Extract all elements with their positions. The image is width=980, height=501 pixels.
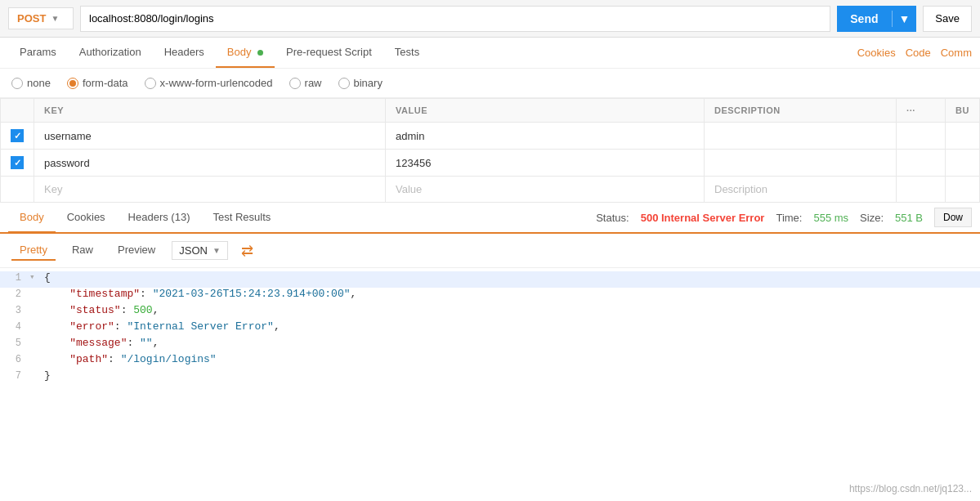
line-content-5: "message": "", [43, 337, 980, 349]
body-dot [257, 50, 263, 56]
format-tab-preview[interactable]: Preview [110, 240, 163, 261]
row2-value[interactable]: 123456 [386, 150, 705, 177]
value-placeholder: Value [396, 183, 422, 195]
row2-checkbox-cell[interactable] [1, 150, 34, 177]
json-line-3: 3 "status": 500, [0, 304, 980, 320]
row1-key[interactable]: username [34, 123, 386, 150]
radio-binary-circle [338, 78, 350, 89]
tab-tests[interactable]: Tests [383, 38, 431, 68]
line-num-6: 6 [0, 353, 29, 365]
line-content-7: } [43, 369, 980, 382]
radio-binary[interactable]: binary [338, 77, 383, 89]
params-table-wrapper: KEY VALUE DESCRIPTION ··· Bu username ad… [0, 98, 980, 203]
method-select[interactable]: POST ▼ [8, 7, 74, 29]
th-checkbox [1, 99, 34, 123]
comm-link[interactable]: Comm [941, 47, 972, 59]
send-dropdown-icon[interactable]: ▼ [892, 11, 917, 27]
th-key: KEY [34, 99, 386, 123]
tab-response-cookies[interactable]: Cookies [56, 203, 117, 233]
tab-test-results[interactable]: Test Results [201, 203, 282, 233]
th-description: DESCRIPTION [705, 99, 897, 123]
line-content-1: { [43, 271, 980, 284]
th-bulk: Bu [946, 99, 980, 123]
status-value: 500 Internal Server Error [641, 212, 765, 224]
empty-value[interactable]: Value [386, 177, 705, 203]
radio-form-data[interactable]: form-data [67, 77, 128, 89]
format-tab-pretty[interactable]: Pretty [11, 240, 56, 261]
table-row-empty: Key Value Description [1, 177, 980, 203]
save-button[interactable]: Save [923, 6, 972, 32]
json-line-2: 2 "timestamp": "2021-03-26T15:24:23.914+… [0, 288, 980, 304]
radio-form-data-label: form-data [83, 77, 128, 89]
download-button[interactable]: Dow [934, 208, 972, 227]
url-bar: POST ▼ Send ▼ Save [0, 0, 980, 38]
row1-checkbox-cell[interactable] [1, 123, 34, 150]
method-label: POST [17, 12, 46, 25]
tab-response-body[interactable]: Body [8, 203, 56, 233]
send-button[interactable]: Send ▼ [837, 6, 916, 32]
json-line-5: 5 "message": "", [0, 337, 980, 353]
row2-description[interactable] [705, 150, 897, 177]
row1-bulk [946, 123, 980, 150]
time-label: Time: [776, 212, 802, 224]
tab-response-headers[interactable]: Headers (13) [117, 203, 202, 233]
params-table: KEY VALUE DESCRIPTION ··· Bu username ad… [0, 98, 980, 203]
empty-checkbox-cell [1, 177, 34, 203]
tab-params[interactable]: Params [8, 38, 68, 68]
tab-authorization[interactable]: Authorization [68, 38, 153, 68]
radio-binary-label: binary [354, 77, 383, 89]
row2-more [897, 150, 946, 177]
line-num-2: 2 [0, 288, 29, 300]
send-label: Send [837, 12, 891, 25]
line-content-6: "path": "/login/logins" [43, 353, 980, 365]
body-type-bar: none form-data x-www-form-urlencoded raw… [0, 69, 980, 98]
radio-none-label: none [27, 77, 51, 89]
bottom-tab-bar: Body Cookies Headers (13) Test Results S… [0, 203, 980, 234]
url-input[interactable] [80, 6, 830, 32]
radio-raw[interactable]: raw [289, 77, 322, 89]
tab-right-actions: Cookies Code Comm [857, 47, 972, 59]
format-select-arrow: ▼ [213, 246, 221, 255]
radio-raw-label: raw [305, 77, 322, 89]
watermark: https://blog.csdn.net/jq123... [849, 483, 972, 494]
tab-headers[interactable]: Headers [153, 38, 216, 68]
code-link[interactable]: Code [906, 47, 931, 59]
json-response-area[interactable]: 1 ▾ { 2 "timestamp": "2021-03-26T15:24:2… [0, 268, 980, 501]
radio-form-data-circle [67, 78, 78, 89]
cookies-link[interactable]: Cookies [857, 47, 896, 59]
radio-urlencoded[interactable]: x-www-form-urlencoded [145, 77, 273, 89]
row1-value[interactable]: admin [386, 123, 705, 150]
radio-urlencoded-circle [145, 78, 156, 89]
radio-none-circle [11, 78, 23, 89]
row2-bulk [946, 150, 980, 177]
time-value: 555 ms [813, 212, 848, 224]
json-line-7: 7 } [0, 369, 980, 386]
empty-description[interactable]: Description [705, 177, 897, 203]
wrap-icon[interactable]: ⇄ [241, 242, 253, 260]
row2-checkbox[interactable] [11, 156, 24, 169]
empty-key[interactable]: Key [34, 177, 386, 203]
size-value: 551 B [895, 212, 923, 224]
key-placeholder: Key [44, 183, 62, 195]
table-row: password 123456 [1, 150, 980, 177]
row1-more [897, 123, 946, 150]
th-more: ··· [897, 99, 946, 123]
line-content-3: "status": 500, [43, 304, 980, 316]
size-label: Size: [860, 212, 884, 224]
status-label: Status: [596, 212, 629, 224]
json-format-select[interactable]: JSON ▼ [172, 241, 228, 260]
line-num-3: 3 [0, 304, 29, 316]
line-toggle-1[interactable]: ▾ [29, 271, 43, 282]
tab-pre-request[interactable]: Pre-request Script [275, 38, 383, 68]
row1-description[interactable] [705, 123, 897, 150]
line-num-7: 7 [0, 369, 29, 382]
line-content-4: "error": "Internal Server Error", [43, 320, 980, 333]
method-dropdown-icon[interactable]: ▼ [51, 14, 59, 23]
format-tab-raw[interactable]: Raw [64, 240, 101, 261]
radio-none[interactable]: none [11, 77, 51, 89]
status-info: Status: 500 Internal Server Error Time: … [596, 208, 972, 227]
row1-checkbox[interactable] [11, 129, 24, 142]
tab-body[interactable]: Body [216, 38, 275, 68]
row2-key[interactable]: password [34, 150, 386, 177]
json-line-4: 4 "error": "Internal Server Error", [0, 320, 980, 337]
